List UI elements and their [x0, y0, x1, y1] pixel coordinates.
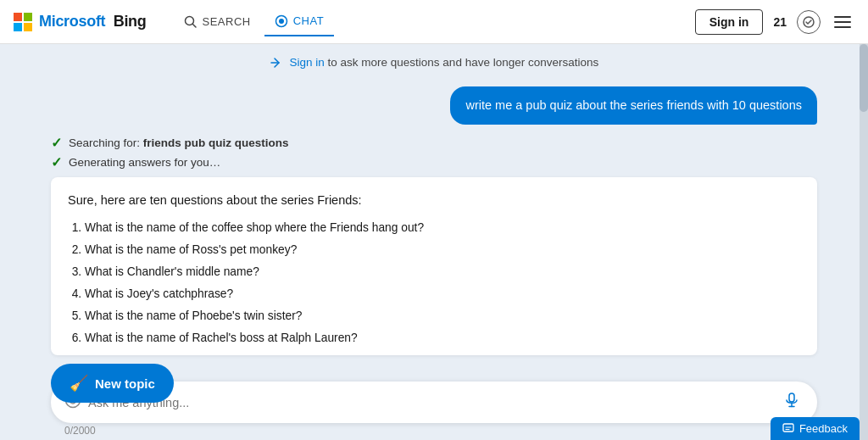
sign-in-banner: Sign in to ask more questions and have l…: [51, 44, 817, 76]
header-right: Sign in 21: [695, 9, 854, 35]
logo-sq-blue: [14, 23, 22, 31]
status-item-2: ✓ Generating answers for you…: [51, 154, 817, 170]
list-item: What is the name of Phoebe's twin sister…: [85, 307, 800, 326]
logo-sq-red: [14, 13, 22, 21]
feedback-button[interactable]: Feedback: [771, 417, 860, 440]
list-item: What is the name of Rachel's boss at Ral…: [85, 329, 800, 348]
sign-in-link[interactable]: Sign in: [290, 56, 325, 69]
ai-response-card: Sure, here are ten questions about the s…: [51, 177, 817, 355]
new-topic-label: New topic: [95, 376, 155, 391]
reward-count: 21: [773, 15, 787, 29]
reward-icon[interactable]: [797, 10, 821, 34]
status-text-1: Searching for: friends pub quiz question…: [69, 136, 289, 149]
logo-sq-yellow: [24, 23, 32, 31]
mic-icon: [783, 392, 800, 409]
check-icon-2: ✓: [51, 154, 62, 170]
user-message: write me a pub quiz about the series fri…: [450, 86, 817, 124]
logo-text: Microsoft Bing: [39, 13, 147, 31]
char-count: 0/2000: [51, 423, 817, 437]
hamburger-line-2: [834, 21, 851, 23]
feedback-label: Feedback: [799, 422, 848, 435]
svg-rect-7: [789, 393, 794, 402]
list-item: What is Joey's catchphrase?: [85, 285, 800, 304]
chat-nav-icon: [275, 14, 288, 28]
status-area: ✓ Searching for: friends pub quiz questi…: [51, 135, 817, 170]
check-icon-1: ✓: [51, 135, 62, 151]
nav-chat[interactable]: CHAT: [264, 8, 334, 36]
microsoft-logo: [14, 13, 32, 31]
sign-in-button[interactable]: Sign in: [695, 9, 764, 35]
sign-in-banner-text: to ask more questions and have longer co…: [325, 56, 598, 69]
list-item: What is the name of the coffee shop wher…: [85, 219, 800, 237]
reward-svg-icon: [802, 15, 815, 29]
status-bold-1: friends pub quiz questions: [143, 136, 289, 149]
sign-in-arrow-icon: [270, 56, 283, 70]
nav-search[interactable]: SEARCH: [174, 8, 261, 36]
status-item-1: ✓ Searching for: friends pub quiz questi…: [51, 135, 817, 151]
nav-search-label: SEARCH: [203, 15, 251, 28]
ai-intro: Sure, here are ten questions about the s…: [68, 191, 800, 210]
new-topic-button[interactable]: 🧹 New topic: [51, 364, 174, 403]
main-content: Sign in to ask more questions and have l…: [0, 44, 868, 440]
nav-chat-label: CHAT: [293, 14, 324, 27]
logo-bing: Bing: [114, 13, 147, 30]
hamburger-line-1: [834, 16, 851, 18]
mic-button[interactable]: [780, 388, 804, 416]
list-item: What is the name of Ross's pet monkey?: [85, 241, 800, 259]
logo-area: Microsoft Bing: [14, 13, 147, 31]
status-text-2: Generating answers for you…: [69, 156, 220, 169]
logo-microsoft: Microsoft: [39, 13, 105, 30]
nav-items: SEARCH CHAT: [174, 8, 335, 36]
chat-area: Sign in to ask more questions and have l…: [0, 44, 868, 375]
svg-line-1: [192, 24, 196, 27]
header: Microsoft Bing SEARCH CHAT Sign in 21: [0, 0, 868, 44]
user-message-container: write me a pub quiz about the series fri…: [51, 86, 817, 124]
logo-sq-green: [24, 13, 32, 21]
broom-icon: 🧹: [70, 374, 88, 393]
search-icon: [184, 15, 198, 29]
ai-questions-list: What is the name of the coffee shop wher…: [68, 219, 800, 348]
list-item: What is Chandler's middle name?: [85, 263, 800, 281]
svg-point-3: [279, 19, 284, 24]
hamburger-line-3: [834, 26, 851, 28]
chat-input[interactable]: [88, 396, 773, 409]
feedback-icon: [782, 423, 794, 435]
hamburger-menu[interactable]: [831, 13, 854, 31]
